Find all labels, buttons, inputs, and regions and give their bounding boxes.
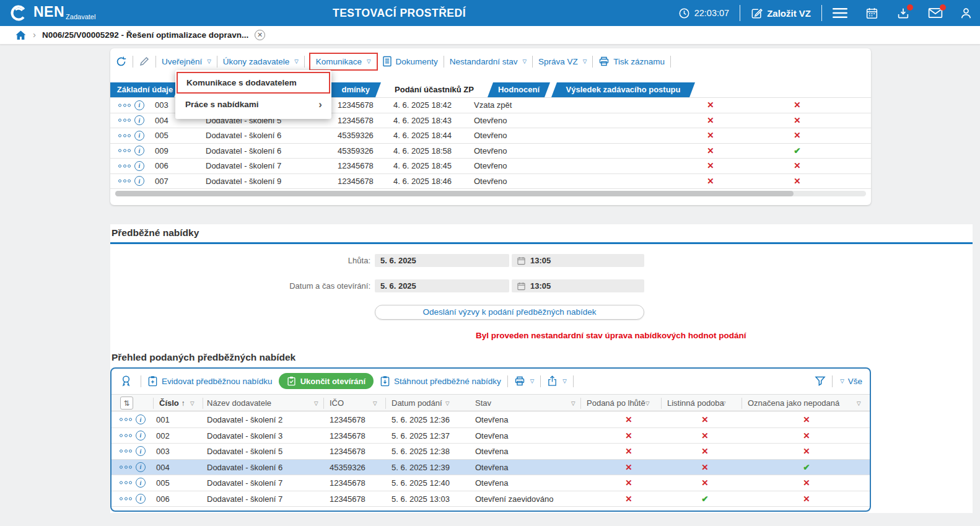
chevron-down-icon: ▽ (583, 59, 587, 64)
info-icon[interactable]: i (134, 176, 144, 186)
watch-ribbon-button[interactable] (120, 375, 132, 387)
info-icon[interactable]: i (136, 431, 146, 441)
header-name[interactable]: Název dodavatele (207, 395, 271, 412)
row-actions-icon[interactable] (118, 119, 131, 122)
menu-communication[interactable]: Komunikace▽ (316, 57, 371, 66)
table-row[interactable]: i002Dodavatel - školení 3123456785. 6. 2… (112, 428, 870, 444)
column-settings-icon[interactable]: ⇅ (120, 397, 133, 410)
downloads-button[interactable] (896, 7, 910, 20)
table-row[interactable]: i009Dodavatel - školení 6453593264. 6. 2… (110, 144, 871, 159)
header-status[interactable]: Stav (475, 395, 491, 412)
filter-caret-icon[interactable]: ▽ (373, 395, 377, 412)
home-icon[interactable] (15, 30, 27, 41)
breadcrumb-item[interactable]: N006/25/V00005292 - Řešení optimalizace … (42, 30, 248, 40)
header-paper[interactable]: Listinná podoba (667, 395, 724, 412)
info-icon[interactable]: i (134, 146, 144, 156)
filter-caret-icon[interactable]: ▽ (722, 395, 726, 412)
calendar-button[interactable] (865, 7, 878, 20)
horizontal-scrollbar[interactable] (115, 191, 866, 196)
menu-contracting-actions[interactable]: Úkony zadavatele▽ (223, 57, 299, 66)
filter-scope-all[interactable]: ▽Vše (839, 377, 862, 386)
info-icon[interactable]: i (134, 115, 144, 125)
main-menu-button[interactable] (833, 7, 847, 19)
cross-icon: ✕ (794, 159, 800, 174)
table-row[interactable]: i007Dodavatel - školení 9123456784. 6. 2… (110, 174, 871, 190)
filter-caret-icon[interactable]: ▽ (857, 395, 861, 412)
export-button[interactable]: ▽ (547, 375, 567, 387)
menu-item-work-with-bids[interactable]: Práce s nabídkami › (175, 94, 331, 116)
header-ico[interactable]: IČO (330, 395, 344, 412)
deadline-time-field[interactable]: 13:05 (512, 254, 644, 267)
table-row[interactable]: i001Dodavatel - školení 2123456785. 6. 2… (112, 412, 870, 428)
info-icon[interactable]: i (134, 131, 144, 141)
nen-logo[interactable]: NEN Zadavatel (9, 2, 95, 22)
row-actions-icon[interactable] (118, 164, 131, 167)
tab-result[interactable]: Výsledek zadávacího postupu (551, 82, 695, 97)
filter-caret-icon[interactable]: ▽ (314, 395, 318, 412)
row-actions-icon[interactable] (118, 149, 131, 152)
opening-date-field[interactable]: 5. 6. 2025 (375, 279, 509, 292)
refresh-button[interactable] (115, 56, 127, 68)
messages-button[interactable] (928, 7, 943, 19)
cross-icon: ✕ (794, 128, 800, 144)
info-icon[interactable]: i (134, 161, 144, 171)
table-row[interactable]: i004Dodavatel - školení 6453593265. 6. 2… (112, 460, 870, 476)
filter-caret-icon[interactable]: ▽ (445, 395, 450, 412)
cell-name: Dodavatel - školení 3 (207, 428, 282, 444)
info-icon[interactable]: i (136, 446, 146, 456)
edit-record-button[interactable] (139, 56, 150, 67)
row-actions-icon[interactable] (118, 180, 131, 183)
info-icon[interactable]: i (136, 494, 146, 504)
row-actions-icon[interactable] (120, 465, 132, 468)
row-actions-icon[interactable] (118, 103, 131, 107)
tab-participant-submissions[interactable]: Podání účastníků ZP (381, 82, 488, 97)
create-vz-button[interactable]: Založit VZ (751, 7, 811, 19)
menu-item-communication-supplier[interactable]: Komunikace s dodavatelem (177, 72, 330, 94)
header-date[interactable]: Datum podání (392, 395, 442, 412)
send-invitation-button[interactable]: Odeslání výzvy k podání předběžných nabí… (375, 305, 644, 320)
info-icon[interactable]: i (136, 478, 146, 488)
row-actions-icon[interactable] (120, 434, 132, 437)
menu-documents[interactable]: Dokumenty (382, 56, 438, 67)
filter-caret-icon[interactable]: ▽ (571, 395, 575, 412)
menu-nonstandard-state[interactable]: Nestandardní stav▽ (450, 57, 527, 66)
finish-opening-button[interactable]: Ukončit otevírání (279, 373, 374, 389)
print-table-button[interactable]: ▽ (514, 375, 535, 387)
row-actions-icon[interactable] (118, 134, 131, 137)
close-record-icon[interactable]: ✕ (255, 30, 265, 40)
info-icon[interactable]: i (136, 462, 146, 472)
tab-basic-info[interactable]: Základní údaje (110, 82, 180, 97)
row-actions-icon[interactable] (120, 418, 132, 421)
cell-ico: 12345678 (330, 412, 365, 428)
table-row[interactable]: i003Dodavatel - školení 5123456785. 6. 2… (112, 444, 870, 460)
check-icon: ✔ (803, 460, 810, 476)
info-icon[interactable]: i (134, 100, 144, 110)
info-icon[interactable]: i (136, 414, 146, 424)
header-not-submitted[interactable]: Označena jako nepodaná (748, 395, 839, 412)
table-row[interactable]: i005Dodavatel - školení 7123456785. 6. 2… (112, 475, 870, 491)
opening-time-field[interactable]: 13:05 (512, 279, 644, 292)
table-row[interactable]: i006Dodavatel - školení 7123456784. 6. 2… (110, 159, 871, 174)
print-record-button[interactable]: Tisk záznamu (598, 56, 665, 67)
row-actions-icon[interactable] (120, 481, 132, 484)
filter-caret-icon[interactable]: ▽ (190, 395, 195, 412)
filter-caret-icon[interactable]: ▽ (645, 395, 650, 412)
cell-ico: 45359326 (338, 128, 374, 144)
cell-date: 4. 6. 2025 18:46 (393, 174, 452, 190)
header-num[interactable]: Číslo ↑ (159, 395, 185, 412)
table-row[interactable]: i006Dodavatel - školení 7123456785. 6. 2… (112, 491, 870, 507)
deadline-date-field[interactable]: 5. 6. 2025 (375, 254, 509, 267)
row-actions-icon[interactable] (120, 497, 132, 500)
table-row[interactable]: i005Dodavatel - školení 6453593264. 6. 2… (110, 128, 871, 144)
scrollbar-thumb[interactable] (115, 191, 794, 196)
header-late[interactable]: Podaná po lhůtě (587, 395, 645, 412)
topbar-divider (821, 5, 822, 21)
tab-evaluation[interactable]: Hodnocení (488, 82, 550, 97)
menu-admin-vz[interactable]: Správa VZ▽ (538, 57, 587, 66)
download-prelim-bids-button[interactable]: Stáhnout předběžné nabídky (380, 375, 501, 387)
menu-publish[interactable]: Uveřejnění▽ (162, 57, 211, 66)
filter-button[interactable] (815, 375, 826, 387)
row-actions-icon[interactable] (120, 450, 132, 453)
register-prelim-bid-button[interactable]: Evidovat předběžnou nabídku (147, 375, 273, 387)
user-profile-button[interactable] (960, 7, 973, 20)
